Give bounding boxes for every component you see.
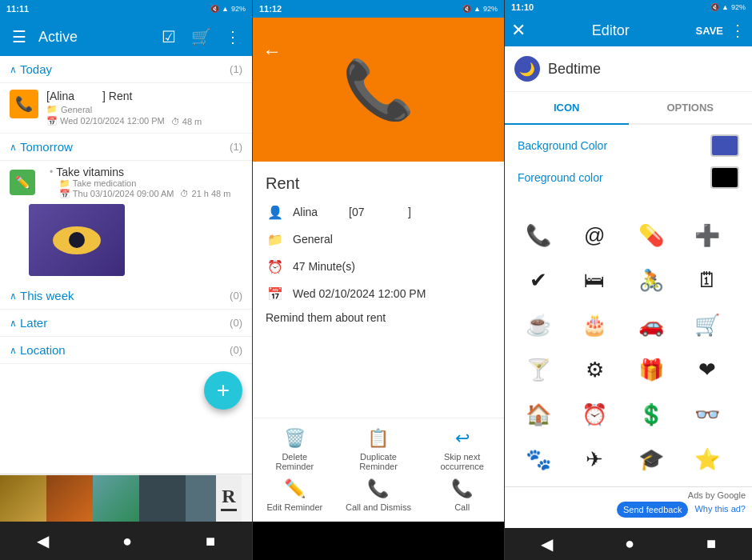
icon-paw[interactable]: 🐾	[518, 438, 559, 480]
icon-home[interactable]: 🏠	[518, 394, 559, 435]
call-btn[interactable]: 📞 Call	[426, 475, 498, 515]
overflow-menu-icon[interactable]: ⋮	[220, 24, 246, 50]
cart-icon[interactable]: 🛒	[188, 24, 214, 50]
editor-name-input[interactable]	[548, 61, 742, 78]
call-big-icon: 📞	[342, 56, 414, 124]
icon-gift[interactable]: 🎁	[630, 349, 672, 390]
duplicate-reminder-btn[interactable]: 📋 Duplicate Reminder	[342, 425, 414, 474]
editor-save-btn[interactable]: SAVE	[696, 25, 723, 37]
icon-check[interactable]: ✔	[518, 259, 559, 301]
status-icons-1: 🔇 ▲ 92%	[210, 5, 246, 13]
section-location-label: Location	[20, 343, 230, 357]
icon-bike[interactable]: 🚴	[630, 259, 672, 301]
reminders-list: ∧ Today (1) 📞 [Alina ] Rent 📁 General 📅 …	[0, 56, 252, 474]
delete-reminder-btn[interactable]: 🗑️ Delete Reminder	[258, 425, 330, 474]
call-dismiss-btn[interactable]: 📞 Call and Dismiss	[342, 475, 414, 515]
bg-color-row: Background Color	[518, 134, 739, 157]
plane-icon: ✈	[586, 447, 603, 472]
bike-icon: 🚴	[638, 268, 664, 293]
icon-glasses[interactable]: 👓	[686, 394, 728, 435]
detail-date-row: 📅 Wed 02/10/2024 12:00 PM	[266, 284, 491, 303]
status-icons-3: 🔇 ▲ 92%	[710, 3, 746, 11]
edit-reminder-btn[interactable]: ✏️ Edit Reminder	[258, 475, 330, 515]
icon-calendar[interactable]: 🗓	[686, 259, 728, 301]
icon-graduation[interactable]: 🎓	[630, 438, 672, 480]
tab-icon[interactable]: ICON	[505, 92, 629, 125]
recents-btn-3[interactable]: ■	[706, 534, 716, 553]
section-thisweek-count: (0)	[230, 290, 242, 302]
fg-color-row: Foreground color	[518, 166, 739, 189]
reminder-rent-duration: ⏱ 48 m	[171, 117, 202, 126]
why-ad-btn[interactable]: Why this ad?	[694, 504, 746, 514]
vitamins-bullet: •	[50, 166, 53, 178]
home-btn-1[interactable]: ●	[122, 532, 132, 550]
ads-footer: Ads by Google Send feedback Why this ad?	[505, 486, 752, 528]
icon-cake[interactable]: 🎂	[574, 304, 615, 346]
icon-bed[interactable]: 🛏	[574, 259, 615, 301]
icon-plane[interactable]: ✈	[574, 438, 615, 480]
status-bar-1: 11:11 🔇 ▲ 92%	[0, 0, 252, 18]
editor-overflow-icon[interactable]: ⋮	[730, 21, 746, 40]
delete-icon: 🗑️	[284, 428, 306, 449]
folder-icon-detail: 📁	[266, 230, 285, 249]
icon-heart[interactable]: ❤	[686, 349, 728, 390]
icon-pill[interactable]: 💊	[630, 214, 672, 256]
section-thisweek[interactable]: ∧ This week (0)	[0, 282, 252, 310]
skip-label: Skip next occurrence	[430, 452, 495, 471]
vitamins-date: 📅 Thu 03/10/2024 09:00 AM	[59, 189, 174, 199]
glasses-icon: 👓	[694, 402, 720, 427]
back-btn-3[interactable]: ◀	[541, 534, 553, 554]
back-arrow-icon[interactable]: ←	[262, 40, 282, 62]
fg-color-swatch[interactable]	[710, 166, 739, 189]
section-later[interactable]: ∧ Later (0)	[0, 310, 252, 337]
reminder-rent-icon: 📞	[10, 90, 38, 118]
section-today[interactable]: ∧ Today (1)	[0, 56, 252, 83]
reminder-rent-content: [Alina ] Rent 📁 General 📅 Wed 02/10/2024…	[46, 90, 242, 126]
icon-drink[interactable]: 🍸	[518, 349, 559, 390]
vitamins-content: • Take vitamins 📁 Take medication 📅 Thu …	[50, 166, 230, 199]
screen-rent-detail: 11:12 🔇 ▲ 92% ← 📞 Rent 👤 Alina [07 ] 📁	[252, 0, 504, 560]
topbar-1: ☰ Active ☑ 🛒 ⋮	[0, 18, 252, 56]
editor-name-row: 🌙	[505, 46, 752, 92]
icon-coffee[interactable]: ☕	[518, 304, 559, 346]
duplicate-label: Duplicate Reminder	[346, 452, 411, 471]
time-1: 11:11	[6, 4, 29, 14]
reminder-rent[interactable]: 📞 [Alina ] Rent 📁 General 📅 Wed 02/10/20…	[0, 83, 252, 134]
chevron-thisweek: ∧	[10, 290, 17, 302]
fab-button[interactable]: +	[204, 371, 242, 410]
vitamins-image	[29, 204, 125, 276]
vitamins-title: Take vitamins	[56, 166, 124, 178]
icon-dollar[interactable]: 💲	[630, 394, 672, 435]
ad-img-2	[46, 475, 93, 522]
skip-occurrence-btn[interactable]: ↩ Skip next occurrence	[426, 425, 498, 474]
battery-icon-1: 92%	[231, 5, 246, 13]
back-btn-1[interactable]: ◀	[37, 531, 49, 550]
section-tomorrow[interactable]: ∧ Tomorrow (1)	[0, 134, 252, 161]
editor-topbar: ✕ Editor SAVE ⋮	[505, 14, 752, 46]
icon-star[interactable]: ⭐	[686, 438, 728, 480]
section-location[interactable]: ∧ Location (0)	[0, 337, 252, 364]
tab-options[interactable]: OPTIONS	[629, 92, 753, 123]
icon-alarm[interactable]: ⏰	[574, 394, 615, 435]
icon-gear[interactable]: ⚙	[574, 349, 615, 390]
reminder-vitamins[interactable]: ✏️ • Take vitamins 📁 Take medication 📅 T…	[0, 161, 252, 201]
clock-icon-detail: ⏰	[266, 257, 285, 276]
ad-banner-1[interactable]: R	[0, 474, 252, 522]
bg-color-swatch[interactable]	[710, 134, 739, 157]
nav-bar-3: ◀ ● ■	[505, 528, 752, 560]
ads-label: Ads by Google	[688, 490, 746, 500]
icon-phone[interactable]: 📞	[518, 214, 559, 256]
menu-icon[interactable]: ☰	[6, 24, 32, 50]
icon-car[interactable]: 🚗	[630, 304, 672, 346]
screen2-bottom	[253, 522, 504, 560]
icon-cart[interactable]: 🛒	[686, 304, 728, 346]
icon-plus[interactable]: ➕	[686, 214, 728, 256]
recents-btn-1[interactable]: ■	[206, 532, 215, 550]
icon-at[interactable]: @	[574, 214, 615, 256]
wifi-icon-2: ▲	[474, 5, 481, 13]
send-feedback-btn[interactable]: Send feedback	[617, 502, 688, 518]
home-btn-3[interactable]: ●	[625, 534, 634, 553]
editor-close-icon[interactable]: ✕	[511, 20, 526, 41]
check-icon[interactable]: ☑	[156, 24, 182, 50]
cart-icon-editor: 🛒	[694, 313, 720, 338]
